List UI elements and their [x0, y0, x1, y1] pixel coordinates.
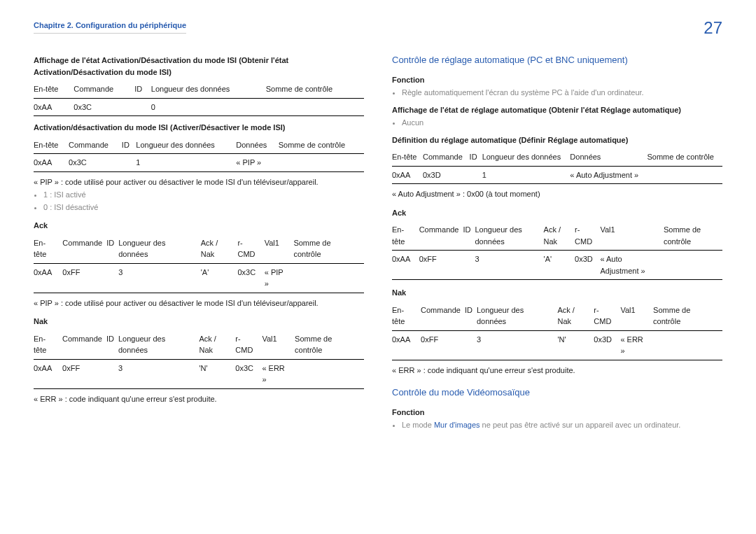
td: 0 [151, 98, 266, 116]
page-header: Chapitre 2. Configuration du périphériqu… [34, 20, 722, 36]
th: Somme de contrôle [647, 148, 722, 166]
th: r-CMD [575, 221, 600, 251]
th: ID [122, 136, 136, 154]
th: Ack / Nak [201, 234, 238, 264]
td [647, 166, 722, 184]
right-sub1: Affichage de l'état de réglage automatiq… [392, 104, 722, 116]
th: Commande [421, 302, 465, 331]
th: Val1 [620, 302, 653, 331]
th: Val1 [600, 221, 664, 251]
mur-images-link[interactable]: Mur d'images [434, 421, 480, 429]
text-suffix: ne peut pas être activé sur un appareil … [480, 421, 681, 429]
left-nak-label: Nak [34, 316, 364, 328]
list-item: Règle automatiquement l'écran du système… [402, 87, 722, 99]
td: 'N' [199, 359, 235, 388]
td: 'A' [544, 251, 575, 280]
th: Commande [69, 136, 122, 154]
th: En-tête [392, 148, 423, 166]
td [465, 330, 477, 360]
text-prefix: Le mode [402, 421, 434, 429]
td: 0xAA [392, 330, 421, 360]
td: 3 [477, 330, 558, 360]
th: En-tête [34, 136, 69, 154]
td: 0x3C [74, 98, 134, 116]
left-column: Affichage de l'état Activation/Désactiva… [34, 49, 364, 433]
right-blue-title2: Contrôle du mode Vidéomosaïque [392, 386, 722, 400]
td [463, 251, 475, 280]
left-section2-title: Activation/désactivation du mode ISI (Ac… [34, 122, 364, 134]
th: Somme de contrôle [664, 221, 722, 251]
left-ack-label: Ack [34, 220, 364, 232]
td: 0x3D [575, 251, 600, 280]
right-fonction2-label: Fonction [392, 407, 722, 419]
td: 1 [482, 166, 570, 184]
td: 0xAA [392, 166, 423, 184]
td: « PIP » [265, 263, 294, 293]
td [295, 359, 364, 388]
left-err-note: « ERR » : code indiquant qu'une erreur s… [34, 393, 364, 405]
th: En-tête [34, 234, 62, 264]
right-fonction2-bullets: Le mode Mur d'images ne peut pas être ac… [392, 419, 722, 431]
right-ack-label: Ack [392, 207, 722, 219]
th: Somme de contrôle [295, 330, 364, 360]
th: Commande [74, 80, 134, 98]
td: 0x3D [423, 166, 470, 184]
th: Longueur des données [482, 148, 570, 166]
th: Somme de contrôle [279, 136, 364, 154]
list-item: Le mode Mur d'images ne peut pas être ac… [402, 419, 722, 431]
th: Ack / Nak [544, 221, 575, 251]
th: r-CMD [594, 302, 620, 331]
left-pip-note: « PIP » : code utilisé pour activer ou d… [34, 176, 364, 188]
td: 0x3C [69, 154, 122, 172]
right-table-ack: En-tête Commande ID Longueur des données… [392, 221, 722, 280]
th: r-CMD [237, 234, 264, 264]
right-blue-title1: Contrôle de réglage automatique (PC et B… [392, 53, 722, 67]
th: ID [134, 80, 151, 98]
td: 'A' [201, 263, 238, 293]
left-pip-note2: « PIP » : code utilisé pour activer ou d… [34, 297, 364, 309]
td: 0xAA [34, 359, 62, 388]
th: Commande [62, 330, 106, 360]
td: « ERR » [262, 359, 295, 388]
left-table-ack: En-tête Commande ID Longueur des données… [34, 234, 364, 293]
td: 0xAA [392, 251, 419, 280]
right-err-note: « ERR » : code indiquant qu'une erreur s… [392, 365, 722, 377]
right-table-def: En-tête Commande ID Longueur des données… [392, 148, 722, 184]
th: En-tête [34, 80, 74, 98]
td: 'N' [557, 330, 594, 360]
th: Longueur des données [151, 80, 266, 98]
list-item: 0 : ISI désactivé [43, 202, 364, 213]
th: r-CMD [235, 330, 262, 360]
th: ID [470, 148, 482, 166]
td: 0xAA [34, 154, 69, 172]
left-table2: En-tête Commande ID Longueur des données… [34, 136, 364, 172]
td: 3 [118, 359, 200, 388]
th: Somme de contrôle [653, 302, 722, 331]
right-nak-label: Nak [392, 287, 722, 299]
list-item: 1 : ISI activé [43, 189, 364, 201]
th: Longueur des données [118, 330, 200, 360]
td: 0xAA [34, 263, 62, 293]
td: « Auto Adjustment » [600, 251, 664, 280]
right-column: Contrôle de réglage automatique (PC et B… [392, 49, 722, 433]
left-section1-title: Affichage de l'état Activation/Désactiva… [34, 55, 364, 78]
td: « Auto Adjustment » [570, 166, 647, 184]
th: ID [106, 330, 118, 360]
td [122, 154, 136, 172]
left-table1: En-tête Commande ID Longueur des données… [34, 80, 364, 116]
th: Ack / Nak [199, 330, 235, 360]
right-fonction-bullets: Règle automatiquement l'écran du système… [392, 87, 722, 99]
td: 0x3C [235, 359, 262, 388]
right-sub2: Définition du réglage automatique (Défin… [392, 134, 722, 146]
td: 0xFF [419, 251, 463, 280]
list-item: Aucun [402, 117, 722, 129]
th: En-tête [392, 302, 421, 331]
td [664, 251, 722, 280]
th: Données [570, 148, 647, 166]
th: Somme de contrôle [293, 234, 364, 264]
right-auto-note: « Auto Adjustment » : 0x00 (à tout momen… [392, 188, 722, 200]
td [266, 98, 364, 116]
td [106, 359, 118, 388]
td [470, 166, 482, 184]
td: 3 [475, 251, 543, 280]
